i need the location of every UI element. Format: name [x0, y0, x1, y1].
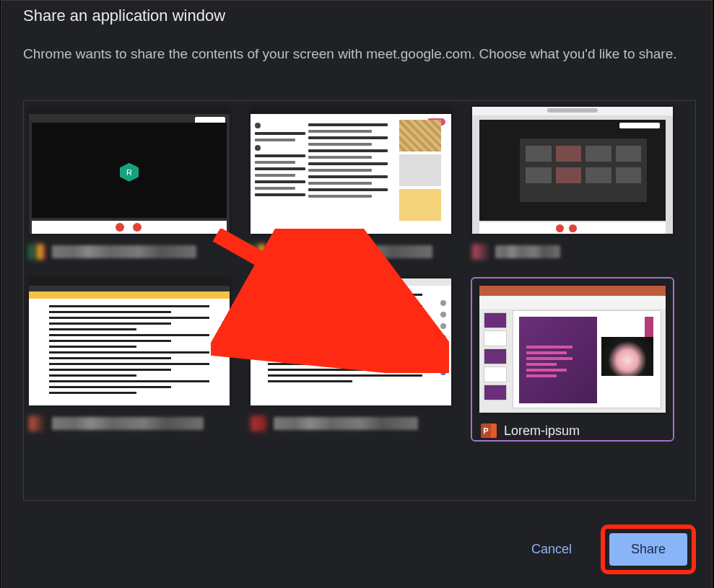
- window-option-present[interactable]: [471, 105, 674, 261]
- share-application-window-dialog: Share an application window Chrome wants…: [1, 0, 713, 588]
- window-caption: P Lorem-ipsum: [481, 423, 673, 439]
- avatar-icon: R: [120, 163, 139, 182]
- window-thumbnail: [251, 107, 451, 234]
- annotation-highlight-box: Share: [601, 525, 696, 574]
- window-label: [52, 417, 204, 430]
- window-thumbnail: [29, 278, 230, 405]
- share-button[interactable]: Share: [609, 533, 687, 566]
- window-label: [274, 417, 418, 430]
- window-label: [495, 245, 560, 258]
- window-option-meet[interactable]: R: [27, 105, 231, 261]
- powerpoint-icon: P: [481, 423, 497, 439]
- app-icon: [29, 416, 45, 431]
- window-grid: R: [24, 101, 695, 446]
- window-option-sheet[interactable]: [249, 277, 453, 442]
- window-thumbnail: [472, 107, 673, 234]
- app-icon: [251, 244, 266, 260]
- window-label: [274, 245, 432, 258]
- window-caption: [472, 244, 673, 260]
- window-caption: [29, 244, 230, 260]
- window-caption: [251, 416, 451, 431]
- cancel-button[interactable]: Cancel: [517, 533, 586, 566]
- app-icon: [29, 244, 45, 260]
- window-thumbnail: [251, 278, 451, 405]
- app-icon: [472, 244, 488, 260]
- window-option-feed[interactable]: [249, 105, 453, 261]
- window-thumbnail: [479, 286, 666, 413]
- window-caption: [29, 416, 230, 431]
- dialog-subtitle: Chrome wants to share the contents of yo…: [23, 43, 687, 66]
- app-icon: [251, 416, 266, 431]
- window-selection-panel: R: [23, 100, 696, 501]
- window-label: Lorem-ipsum: [504, 424, 580, 439]
- dialog-footer: Cancel Share: [517, 525, 696, 574]
- dialog-title: Share an application window: [23, 6, 225, 25]
- window-thumbnail: R: [29, 107, 230, 234]
- window-caption: [251, 244, 451, 260]
- window-option-document[interactable]: [27, 277, 231, 442]
- window-label: [52, 245, 196, 258]
- window-option-powerpoint[interactable]: P Lorem-ipsum: [471, 277, 674, 442]
